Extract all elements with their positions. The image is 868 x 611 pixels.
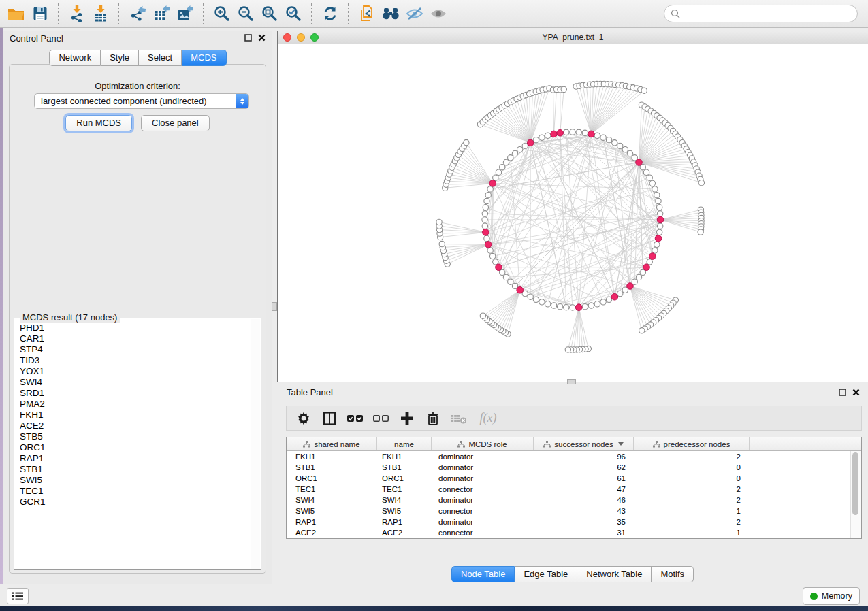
column-header-name[interactable]: name xyxy=(377,437,432,450)
table-row[interactable]: FKH1FKH1dominator962 xyxy=(287,451,861,462)
delete-column-icon[interactable] xyxy=(421,408,444,429)
mcds-result-item: PHD1 xyxy=(20,323,251,333)
table-cell: SWI4 xyxy=(377,496,432,504)
column-header-label: name xyxy=(394,440,414,448)
mcds-result-item: PMA2 xyxy=(20,399,251,410)
mcds-result-legend: MCDS result (17 nodes) xyxy=(20,312,120,323)
tab-motifs[interactable]: Motifs xyxy=(652,566,694,582)
table-cell: STB1 xyxy=(377,463,432,472)
column-header-successor-nodes[interactable]: successor nodes xyxy=(534,437,634,450)
column-header-label: shared name xyxy=(314,440,359,448)
import-network-icon[interactable] xyxy=(65,2,89,25)
mcds-tab-panel: Optimization criterion: largest connecte… xyxy=(9,64,266,574)
tab-network[interactable]: Network xyxy=(49,50,101,66)
close-panel-icon[interactable] xyxy=(258,34,266,42)
table-cell: 0 xyxy=(634,474,750,482)
float-panel-icon[interactable] xyxy=(244,34,252,42)
table-cell: ORC1 xyxy=(377,474,432,482)
clone-network-icon[interactable] xyxy=(355,2,379,25)
table-cell: dominator xyxy=(432,463,534,472)
control-panel: Control Panel NetworkStyleSelectMCDS Opt… xyxy=(3,31,272,584)
hide-graphics-details-icon[interactable] xyxy=(402,2,426,25)
network-window-titlebar[interactable]: YPA_prune.txt_1 xyxy=(278,31,868,45)
window-zoom-traffic-light[interactable] xyxy=(310,33,319,42)
sort-descending-icon xyxy=(618,442,624,446)
vertical-splitter-handle[interactable] xyxy=(272,302,277,311)
table-row[interactable]: RAP1RAP1dominator352 xyxy=(287,516,861,527)
search-input[interactable] xyxy=(664,5,858,22)
save-session-icon[interactable] xyxy=(28,2,52,25)
window-close-traffic-light[interactable] xyxy=(283,33,291,42)
optimization-criterion-dropdown[interactable]: largest connected component (undirected) xyxy=(34,93,249,109)
dropdown-selected-value: largest connected component (undirected) xyxy=(35,96,236,106)
horizontal-splitter-handle[interactable] xyxy=(567,379,576,384)
add-column-icon[interactable] xyxy=(396,408,418,429)
table-cell: RAP1 xyxy=(377,518,432,526)
zoom-selected-icon[interactable] xyxy=(281,2,305,25)
table-row[interactable]: ACE2ACE2connector311 xyxy=(287,527,861,538)
memory-status-icon xyxy=(810,593,818,600)
mcds-result-scrollbar[interactable] xyxy=(251,319,260,569)
tab-mcds[interactable]: MCDS xyxy=(182,50,226,66)
zoom-fit-icon[interactable] xyxy=(257,2,281,25)
export-table-icon[interactable] xyxy=(149,2,173,25)
table-options-gear-icon[interactable] xyxy=(292,408,315,429)
tab-select[interactable]: Select xyxy=(139,50,182,66)
column-header-shared-name[interactable]: shared name xyxy=(287,437,377,450)
table-cell: ORC1 xyxy=(287,474,377,482)
table-row[interactable]: SWI5SWI5connector431 xyxy=(287,506,861,516)
scrollbar-thumb[interactable] xyxy=(852,452,858,515)
table-cell: 96 xyxy=(534,452,634,461)
column-header-predecessor-nodes[interactable]: predecessor nodes xyxy=(634,437,750,450)
export-image-icon[interactable] xyxy=(173,2,197,25)
toolbar-separator xyxy=(348,3,349,24)
table-row[interactable]: ORC1ORC1dominator610 xyxy=(287,473,861,484)
zoom-out-icon[interactable] xyxy=(234,2,257,25)
table-row[interactable]: TEC1TEC1connector472 xyxy=(287,484,861,495)
table-cell: 61 xyxy=(534,474,634,482)
table-row[interactable]: YOX1YOX1connector291 xyxy=(287,538,861,539)
close-panel-button[interactable]: Close panel xyxy=(141,115,210,131)
function-builder-disabled-icon: f(x) xyxy=(473,408,503,429)
delete-table-disabled-icon xyxy=(447,408,470,429)
table-cell: RAP1 xyxy=(287,518,377,526)
import-table-icon[interactable] xyxy=(89,2,112,25)
mcds-result-item: FKH1 xyxy=(20,410,251,420)
shared-column-icon xyxy=(303,441,310,448)
toolbar-separator xyxy=(311,3,312,24)
column-selector-icon[interactable] xyxy=(318,408,340,429)
export-network-icon[interactable] xyxy=(125,2,149,25)
column-header-label: MCDS role xyxy=(468,440,507,448)
table-row[interactable]: SWI4SWI4dominator462 xyxy=(287,495,861,506)
optimization-criterion-label: Optimization criterion: xyxy=(10,81,266,91)
table-cell: FKH1 xyxy=(377,452,432,461)
table-cell: dominator xyxy=(432,518,534,526)
column-header-MCDS-role[interactable]: MCDS role xyxy=(432,437,534,450)
table-cell: FKH1 xyxy=(287,452,377,461)
tab-node-table[interactable]: Node Table xyxy=(451,566,515,582)
network-graph[interactable] xyxy=(278,44,867,382)
table-row[interactable]: STB1STB1dominator620 xyxy=(287,462,861,473)
tab-edge-table[interactable]: Edge Table xyxy=(515,566,577,582)
table-vertical-scrollbar[interactable] xyxy=(850,451,861,538)
window-minimize-traffic-light[interactable] xyxy=(297,33,305,42)
mcds-result-list[interactable]: PHD1CAR1STP4TID3YOX1SWI4SRD1PMA2FKH1ACE2… xyxy=(14,323,251,568)
network-canvas[interactable] xyxy=(278,44,868,382)
float-panel-icon[interactable] xyxy=(839,389,846,396)
tab-style[interactable]: Style xyxy=(101,50,139,66)
tab-network-table[interactable]: Network Table xyxy=(577,566,652,582)
table-cell: dominator xyxy=(432,474,534,482)
search-icon xyxy=(671,9,681,19)
open-file-icon[interactable] xyxy=(4,2,28,25)
select-all-rows-icon[interactable] xyxy=(344,408,366,429)
refresh-view-icon[interactable] xyxy=(318,2,342,25)
close-panel-icon[interactable] xyxy=(852,389,860,396)
mcds-result-item: STB1 xyxy=(20,464,251,475)
deselect-all-rows-icon[interactable] xyxy=(370,408,392,429)
zoom-in-icon[interactable] xyxy=(210,2,234,25)
show-task-history-button[interactable] xyxy=(7,588,29,604)
memory-button[interactable]: Memory xyxy=(803,587,860,605)
search-binoculars-icon[interactable] xyxy=(379,2,402,25)
run-mcds-button[interactable]: Run MCDS xyxy=(65,115,132,131)
mcds-result-item: SWI5 xyxy=(20,475,251,486)
